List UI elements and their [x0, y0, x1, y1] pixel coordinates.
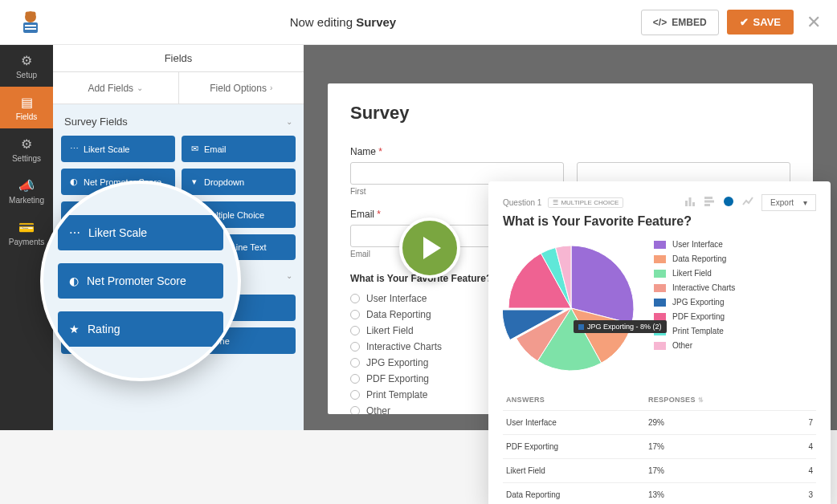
sidebar-item-label: Fields: [16, 112, 38, 121]
svg-point-1: [26, 11, 30, 15]
legend-item: Likert Field: [654, 269, 816, 278]
sort-icon: ⇅: [698, 396, 704, 404]
chevron-down-icon: ▾: [803, 198, 807, 207]
megaphone-icon: 📣: [18, 178, 35, 193]
field-email[interactable]: ✉Email: [182, 136, 296, 162]
legend-item: Interactive Charts: [654, 283, 816, 292]
svg-rect-6: [685, 201, 688, 206]
top-bar: Now editing Survey </> EMBED ✔ SAVE ✕: [0, 0, 837, 45]
card-icon: 💳: [18, 220, 35, 235]
radio-icon: [350, 310, 360, 319]
sidebar-item-label: Setup: [16, 71, 37, 79]
tooltip-swatch: [578, 324, 584, 330]
svg-rect-7: [689, 197, 692, 206]
legend-item: PDF Exporting: [654, 312, 816, 321]
play-button[interactable]: [399, 217, 460, 278]
th-responses[interactable]: RESPONSES⇅: [645, 389, 790, 411]
cell-pct: 13%: [645, 483, 790, 505]
name-label: Name *: [350, 146, 790, 157]
dots-icon: ⋯: [69, 226, 80, 239]
option-label: User Interface: [366, 293, 427, 304]
legend-swatch: [654, 313, 666, 321]
svg-rect-4: [25, 25, 36, 26]
radio-icon: [350, 406, 360, 414]
bar-chart-icon[interactable]: [684, 196, 696, 210]
hbar-chart-icon[interactable]: [704, 196, 715, 210]
svg-rect-5: [25, 28, 36, 30]
legend-swatch: [654, 284, 666, 292]
export-button[interactable]: Export▾: [761, 194, 816, 211]
cell-answer: Data Reporting: [503, 483, 645, 505]
tooltip-text: JPG Exporting - 8% (2): [587, 323, 662, 331]
field-label: Dropdown: [204, 177, 244, 187]
field-label: Likert Scale: [88, 226, 147, 239]
radio-icon: [350, 374, 360, 384]
field-likert[interactable]: ⋯Likert Scale: [61, 136, 175, 162]
svg-rect-11: [704, 204, 710, 206]
field-label: Email: [204, 144, 227, 154]
svg-rect-8: [692, 202, 695, 206]
pie-chart-icon[interactable]: [723, 196, 734, 210]
embed-label: EMBED: [672, 17, 706, 28]
dots-icon: ⋯: [69, 144, 79, 154]
cell-pct: 17%: [645, 435, 790, 459]
option-label: Print Template: [366, 389, 427, 400]
pie-legend: User InterfaceData ReportingLikert Field…: [654, 240, 816, 350]
tab-add-fields[interactable]: Add Fields ⌄: [53, 72, 179, 104]
section-label: Survey Fields: [64, 116, 128, 128]
tab-field-options[interactable]: Field Options ›: [179, 72, 304, 104]
legend-swatch: [654, 270, 666, 278]
sidebar-item-label: Marketing: [9, 196, 44, 205]
play-icon: [423, 237, 441, 259]
svg-rect-3: [23, 22, 38, 33]
sidebar-item-marketing[interactable]: 📣 Marketing: [0, 170, 53, 212]
label-text: Email: [350, 209, 374, 220]
legend-label: JPG Exporting: [672, 298, 724, 307]
legend-label: Other: [672, 341, 692, 350]
embed-button[interactable]: </> EMBED: [641, 10, 719, 35]
sidebar-item-fields[interactable]: ▤ Fields: [0, 87, 53, 128]
radio-icon: [350, 294, 360, 303]
svg-rect-9: [704, 197, 712, 199]
legend-label: Data Reporting: [672, 254, 726, 263]
th-answers[interactable]: ANSWERS: [503, 389, 645, 411]
line-chart-icon[interactable]: [742, 196, 753, 210]
option-label: Likert Field: [366, 325, 414, 336]
chart-type-tools: Export▾: [684, 194, 816, 211]
question-type-badge: ☰MULTIPLE CHOICE: [548, 197, 623, 208]
close-icon[interactable]: ✕: [806, 12, 821, 33]
pie-chart: JPG Exporting - 8% (2): [503, 240, 639, 376]
field-label: Net Promoter Score: [87, 274, 186, 287]
field-dropdown[interactable]: ▾Dropdown: [182, 169, 296, 195]
mag-field-nps[interactable]: ◐Net Promoter Score: [58, 263, 223, 299]
option-label: PDF Exporting: [366, 373, 429, 384]
legend-label: Interactive Charts: [672, 283, 735, 292]
gauge-icon: ◐: [69, 177, 79, 187]
save-button[interactable]: ✔ SAVE: [727, 10, 794, 35]
sidebar-item-settings[interactable]: ⚙ Settings: [0, 128, 53, 170]
cell-count: 4: [790, 435, 816, 459]
chevron-right-icon: ›: [270, 83, 272, 92]
editing-name: Survey: [356, 15, 396, 29]
option-label: Data Reporting: [366, 309, 431, 320]
option-label: JPG Exporting: [366, 357, 428, 368]
sidebar-item-setup[interactable]: ⚙ Setup: [0, 45, 53, 87]
form-title: Survey: [350, 103, 790, 124]
radio-icon: [350, 358, 360, 368]
cell-answer: User Interface: [503, 411, 645, 435]
mag-field-rating[interactable]: ★Rating: [58, 311, 223, 347]
save-label: SAVE: [753, 16, 781, 28]
field-label: Rating: [88, 323, 120, 335]
chevron-down-icon: ⌄: [286, 117, 292, 126]
mag-field-likert[interactable]: ⋯Likert Scale: [58, 215, 223, 250]
badge-label: MULTIPLE CHOICE: [561, 199, 619, 206]
section-survey-fields[interactable]: Survey Fields ⌄: [53, 104, 304, 136]
export-label: Export: [770, 198, 794, 207]
gauge-icon: ◐: [69, 274, 79, 287]
code-icon: </>: [653, 17, 667, 28]
table-row: PDF Exporting17%4: [503, 435, 816, 459]
cell-count: 3: [790, 483, 816, 505]
legend-item: Other: [654, 341, 816, 350]
legend-swatch: [654, 299, 666, 307]
table-row: Data Reporting13%3: [503, 483, 816, 505]
